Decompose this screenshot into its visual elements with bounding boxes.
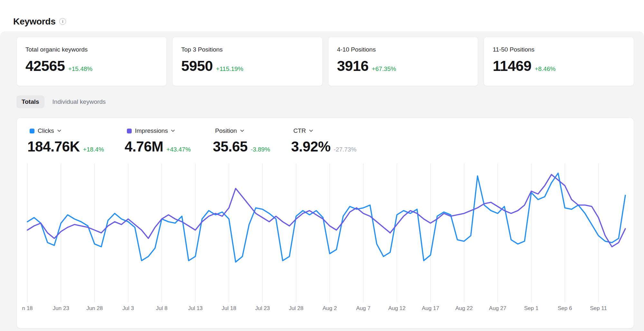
stat-card: 11-50 Positions 11469 +8.46% bbox=[484, 37, 634, 86]
x-tick-label: Aug 27 bbox=[489, 305, 507, 311]
chevron-down-icon bbox=[240, 130, 244, 132]
chevron-down-icon bbox=[309, 130, 313, 132]
x-tick-label: Jun 28 bbox=[86, 305, 103, 311]
page-header: Keywords i bbox=[0, 0, 644, 31]
chevron-down-icon bbox=[171, 130, 175, 132]
metric-selector[interactable]: Position bbox=[213, 126, 291, 135]
x-tick-label: Sep 11 bbox=[590, 305, 607, 311]
metric-delta: -27.73% bbox=[334, 146, 356, 153]
metric-column: Impressions 4.76M +43.47% bbox=[125, 126, 213, 155]
metric-selector[interactable]: Clicks bbox=[27, 126, 125, 135]
series-line-clicks bbox=[27, 173, 625, 262]
metric-selectors-row: Clicks 184.76K +18.4% Impressions 4.76M … bbox=[27, 126, 625, 155]
metric-name: Position bbox=[215, 127, 237, 134]
tabs-row: Totals Individual keywords bbox=[16, 95, 634, 109]
stat-card-label: Top 3 Positions bbox=[181, 46, 314, 53]
x-tick-label: Jul 3 bbox=[122, 305, 134, 311]
info-icon[interactable]: i bbox=[59, 18, 66, 25]
line-chart: n 18Jun 23Jun 28Jul 3Jul 8Jul 13Jul 18Ju… bbox=[27, 163, 625, 312]
x-tick-label: n 18 bbox=[22, 305, 33, 311]
x-tick-label: Jul 28 bbox=[289, 305, 303, 311]
metric-name: Clicks bbox=[38, 127, 54, 134]
metric-delta: +43.47% bbox=[166, 146, 191, 153]
stat-card-value: 42565 bbox=[25, 58, 65, 74]
stat-card-delta: +67.35% bbox=[372, 65, 396, 73]
x-tick-label: Aug 7 bbox=[356, 305, 370, 311]
metric-name: Impressions bbox=[135, 127, 168, 134]
stat-card: 4-10 Positions 3916 +67.35% bbox=[328, 37, 478, 86]
stat-card-delta: +8.46% bbox=[535, 65, 555, 73]
stat-card-value: 11469 bbox=[493, 58, 531, 74]
chart-area: n 18Jun 23Jun 28Jul 3Jul 8Jul 13Jul 18Ju… bbox=[27, 163, 625, 312]
tab-totals[interactable]: Totals bbox=[16, 95, 44, 108]
x-tick-label: Jul 13 bbox=[188, 305, 203, 311]
x-tick-label: Aug 12 bbox=[388, 305, 406, 311]
metric-delta: -3.89% bbox=[251, 146, 270, 153]
x-tick-label: Sep 6 bbox=[558, 305, 572, 311]
stat-cards-row: Total organic keywords 42565 +15.48% Top… bbox=[16, 37, 634, 86]
metric-column: Clicks 184.76K +18.4% bbox=[27, 126, 125, 155]
stat-card: Total organic keywords 42565 +15.48% bbox=[16, 37, 167, 86]
stat-card-label: Total organic keywords bbox=[25, 46, 158, 53]
chevron-down-icon bbox=[57, 130, 61, 132]
metric-selector[interactable]: Impressions bbox=[125, 126, 213, 135]
x-tick-label: Aug 22 bbox=[455, 305, 473, 311]
stat-card: Top 3 Positions 5950 +115.19% bbox=[172, 37, 323, 86]
metric-color-swatch bbox=[30, 129, 34, 133]
page-title: Keywords bbox=[13, 16, 55, 27]
stat-card-value: 3916 bbox=[337, 58, 369, 74]
stat-card-delta: +115.19% bbox=[216, 65, 243, 73]
metric-delta: +18.4% bbox=[83, 146, 104, 153]
x-tick-label: Aug 17 bbox=[422, 305, 439, 311]
metric-column: Position 35.65 -3.89% bbox=[213, 126, 291, 155]
stat-card-label: 11-50 Positions bbox=[493, 46, 625, 53]
metric-value: 184.76K bbox=[27, 139, 80, 155]
metric-column: CTR 3.92% -27.73% bbox=[291, 126, 356, 155]
metric-color-swatch bbox=[127, 129, 132, 133]
tab-individual-keywords[interactable]: Individual keywords bbox=[52, 98, 106, 105]
metric-selector[interactable]: CTR bbox=[291, 126, 356, 135]
x-tick-label: Jul 18 bbox=[222, 305, 236, 311]
chart-card: Clicks 184.76K +18.4% Impressions 4.76M … bbox=[16, 118, 634, 328]
x-tick-label: Jul 8 bbox=[156, 305, 167, 311]
x-tick-label: Jun 23 bbox=[53, 305, 69, 311]
metric-name: CTR bbox=[293, 127, 306, 134]
stat-card-value: 5950 bbox=[181, 58, 213, 74]
x-tick-label: Sep 1 bbox=[524, 305, 538, 311]
content-panel: Total organic keywords 42565 +15.48% Top… bbox=[0, 31, 644, 331]
x-tick-label: Jul 23 bbox=[255, 305, 270, 311]
metric-value: 35.65 bbox=[213, 139, 248, 155]
stat-card-delta: +15.48% bbox=[68, 65, 93, 73]
metric-value: 3.92% bbox=[291, 139, 330, 155]
x-tick-label: Aug 2 bbox=[323, 305, 337, 311]
stat-card-label: 4-10 Positions bbox=[337, 46, 469, 53]
metric-value: 4.76M bbox=[125, 139, 163, 155]
